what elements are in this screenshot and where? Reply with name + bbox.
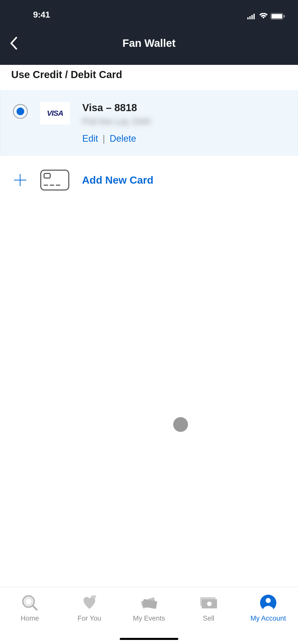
svg-rect-10	[44, 173, 50, 178]
tab-bar: Home For You My Events Sell My Account	[0, 587, 298, 644]
svg-rect-2	[251, 15, 253, 19]
tab-myaccount-label: My Account	[250, 614, 286, 622]
card-details: Visa – 8818 Poll line Lay 1500 Edit | De…	[82, 102, 285, 144]
tab-home-label: Home	[21, 614, 39, 622]
svg-point-24	[266, 598, 271, 603]
cash-icon	[199, 594, 218, 611]
tab-myevents-label: My Events	[133, 614, 165, 622]
visa-badge: VISA	[40, 102, 70, 124]
svg-rect-3	[253, 14, 255, 19]
status-bar: 9:41	[0, 0, 298, 22]
chevron-left-icon	[10, 37, 18, 50]
tab-my-events[interactable]: My Events	[119, 590, 179, 644]
svg-line-16	[33, 606, 37, 610]
svg-point-17	[91, 595, 96, 598]
card-subtitle-blurred: Poll line Lay 1500	[82, 116, 285, 129]
touch-indicator	[173, 417, 188, 432]
tickets-icon	[140, 594, 158, 611]
svg-point-15	[25, 598, 32, 605]
account-icon	[260, 594, 277, 611]
status-time: 9:41	[33, 10, 50, 20]
back-button[interactable]	[6, 36, 21, 51]
edit-link[interactable]: Edit	[82, 133, 98, 144]
section-title: Use Credit / Debit Card	[0, 65, 298, 91]
plus-icon	[13, 173, 28, 187]
tab-foryou-label: For You	[77, 614, 101, 622]
pipe-divider: |	[103, 133, 105, 144]
tab-sell-label: Sell	[203, 614, 214, 622]
tab-my-account[interactable]: My Account	[238, 590, 298, 644]
card-radio[interactable]	[13, 104, 28, 119]
home-indicator[interactable]	[120, 638, 178, 640]
add-new-card-row[interactable]: Add New Card	[0, 155, 298, 205]
battery-icon	[270, 13, 285, 20]
add-new-card-label: Add New Card	[82, 174, 153, 186]
svg-rect-0	[247, 17, 249, 19]
heart-icon	[80, 594, 98, 611]
tab-sell[interactable]: Sell	[179, 590, 238, 644]
visa-logo-text: VISA	[47, 109, 63, 118]
nav-header: Fan Wallet	[0, 22, 298, 65]
card-title: Visa – 8818	[82, 102, 285, 113]
delete-link[interactable]: Delete	[110, 133, 136, 144]
svg-rect-1	[249, 16, 251, 19]
card-actions: Edit | Delete	[82, 133, 285, 144]
radio-selected-dot	[17, 108, 24, 115]
svg-rect-5	[272, 14, 282, 19]
card-outline-icon	[40, 169, 70, 191]
page-title: Fan Wallet	[0, 37, 298, 49]
svg-point-22	[207, 602, 212, 606]
cellular-icon	[247, 13, 256, 19]
tab-home[interactable]: Home	[0, 590, 60, 644]
saved-card-row[interactable]: VISA Visa – 8818 Poll line Lay 1500 Edit…	[0, 91, 298, 155]
tab-for-you[interactable]: For You	[60, 590, 119, 644]
search-icon	[21, 594, 39, 611]
svg-rect-6	[284, 15, 285, 18]
wifi-icon	[259, 13, 268, 20]
status-icons	[247, 13, 285, 20]
